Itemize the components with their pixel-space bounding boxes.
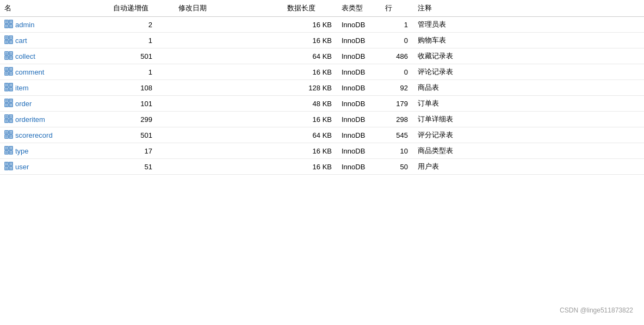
cell-comment: 商品表 — [413, 80, 644, 96]
table-row[interactable]: item 108128 KBInnoDB92商品表 — [0, 80, 644, 96]
cell-modified-date — [174, 159, 283, 175]
table-grid-icon — [4, 114, 13, 123]
cell-auto-increment: 101 — [109, 96, 174, 112]
cell-data-length: 16 KB — [283, 159, 337, 175]
cell-engine: InnoDB — [337, 64, 381, 80]
cell-engine: InnoDB — [337, 17, 381, 33]
header-comment: 注释 — [413, 0, 644, 17]
cell-auto-increment: 1 — [109, 33, 174, 48]
cell-name: cart — [0, 33, 109, 48]
table-row[interactable]: admin 216 KBInnoDB1管理员表 — [0, 17, 644, 33]
cell-engine: InnoDB — [337, 143, 381, 159]
cell-engine: InnoDB — [337, 80, 381, 96]
cell-rows: 0 — [381, 33, 413, 48]
cell-engine: InnoDB — [337, 127, 381, 143]
cell-name: order — [0, 96, 109, 112]
cell-auto-increment: 17 — [109, 143, 174, 159]
cell-comment: 收藏记录表 — [413, 48, 644, 64]
table-grid-icon — [4, 162, 13, 170]
cell-auto-increment: 299 — [109, 112, 174, 127]
table-row[interactable]: type 1716 KBInnoDB10商品类型表 — [0, 143, 644, 159]
cell-comment: 用户表 — [413, 159, 644, 175]
cell-name: orderitem — [0, 112, 109, 127]
header-modified-date: 修改日期 — [174, 0, 283, 17]
table-row[interactable]: scorerecord 50164 KBInnoDB545评分记录表 — [0, 127, 644, 143]
cell-name: item — [0, 80, 109, 96]
table-row[interactable]: user 5116 KBInnoDB50用户表 — [0, 159, 644, 175]
table-grid-icon — [4, 35, 13, 44]
header-data-length: 数据长度 — [283, 0, 337, 17]
cell-comment: 订单表 — [413, 96, 644, 112]
cell-name-text: type — [15, 147, 29, 155]
header-rows: 行 — [381, 0, 413, 17]
table-header-row: 名 自动递增值 修改日期 数据长度 表类型 行 注释 — [0, 0, 644, 17]
cell-data-length: 48 KB — [283, 96, 337, 112]
cell-name-text: admin — [15, 21, 34, 29]
cell-rows: 486 — [381, 48, 413, 64]
table-grid-icon — [4, 51, 13, 60]
table-row[interactable]: comment 116 KBInnoDB0评论记录表 — [0, 64, 644, 80]
cell-name-text: scorerecord — [15, 131, 53, 139]
cell-data-length: 16 KB — [283, 17, 337, 33]
cell-name-text: user — [15, 163, 29, 171]
cell-modified-date — [174, 17, 283, 33]
cell-data-length: 16 KB — [283, 33, 337, 48]
cell-name-text: collect — [15, 52, 35, 60]
cell-name: user — [0, 159, 109, 175]
header-engine: 表类型 — [337, 0, 381, 17]
table-grid-icon — [4, 146, 13, 155]
cell-modified-date — [174, 33, 283, 48]
cell-rows: 92 — [381, 80, 413, 96]
header-auto-increment: 自动递增值 — [109, 0, 174, 17]
cell-name: scorerecord — [0, 127, 109, 143]
cell-rows: 0 — [381, 64, 413, 80]
cell-modified-date — [174, 127, 283, 143]
table-row[interactable]: cart 116 KBInnoDB0购物车表 — [0, 33, 644, 48]
header-name: 名 — [0, 0, 109, 17]
cell-data-length: 64 KB — [283, 48, 337, 64]
cell-comment: 评论记录表 — [413, 64, 644, 80]
cell-auto-increment: 1 — [109, 64, 174, 80]
database-table-list: 名 自动递增值 修改日期 数据长度 表类型 行 注释 — [0, 0, 644, 175]
cell-engine: InnoDB — [337, 48, 381, 64]
cell-rows: 10 — [381, 143, 413, 159]
cell-name: collect — [0, 48, 109, 64]
cell-modified-date — [174, 96, 283, 112]
cell-modified-date — [174, 48, 283, 64]
cell-rows: 50 — [381, 159, 413, 175]
cell-auto-increment: 108 — [109, 80, 174, 96]
cell-rows: 298 — [381, 112, 413, 127]
cell-engine: InnoDB — [337, 96, 381, 112]
cell-name: type — [0, 143, 109, 159]
cell-data-length: 128 KB — [283, 80, 337, 96]
cell-comment: 管理员表 — [413, 17, 644, 33]
table-grid-icon — [4, 130, 13, 139]
cell-data-length: 16 KB — [283, 64, 337, 80]
cell-rows: 1 — [381, 17, 413, 33]
table-grid-icon — [4, 99, 13, 107]
cell-name-text: item — [15, 84, 29, 92]
table-row[interactable]: orderitem 29916 KBInnoDB298订单详细表 — [0, 112, 644, 127]
cell-name-text: orderitem — [15, 115, 45, 124]
cell-modified-date — [174, 80, 283, 96]
cell-auto-increment: 2 — [109, 17, 174, 33]
cell-rows: 179 — [381, 96, 413, 112]
cell-engine: InnoDB — [337, 33, 381, 48]
cell-name-text: comment — [15, 68, 44, 76]
table-row[interactable]: order 10148 KBInnoDB179订单表 — [0, 96, 644, 112]
cell-auto-increment: 51 — [109, 159, 174, 175]
cell-data-length: 16 KB — [283, 112, 337, 127]
cell-comment: 购物车表 — [413, 33, 644, 48]
watermark-text: CSDN @linge511873822 — [560, 306, 633, 314]
cell-engine: InnoDB — [337, 159, 381, 175]
cell-rows: 545 — [381, 127, 413, 143]
cell-name: admin — [0, 17, 109, 33]
cell-name-text: cart — [15, 36, 27, 45]
cell-name: comment — [0, 64, 109, 80]
cell-engine: InnoDB — [337, 112, 381, 127]
cell-modified-date — [174, 64, 283, 80]
table-row[interactable]: collect 50164 KBInnoDB486收藏记录表 — [0, 48, 644, 64]
cell-data-length: 64 KB — [283, 127, 337, 143]
table-grid-icon — [4, 20, 13, 28]
cell-auto-increment: 501 — [109, 127, 174, 143]
